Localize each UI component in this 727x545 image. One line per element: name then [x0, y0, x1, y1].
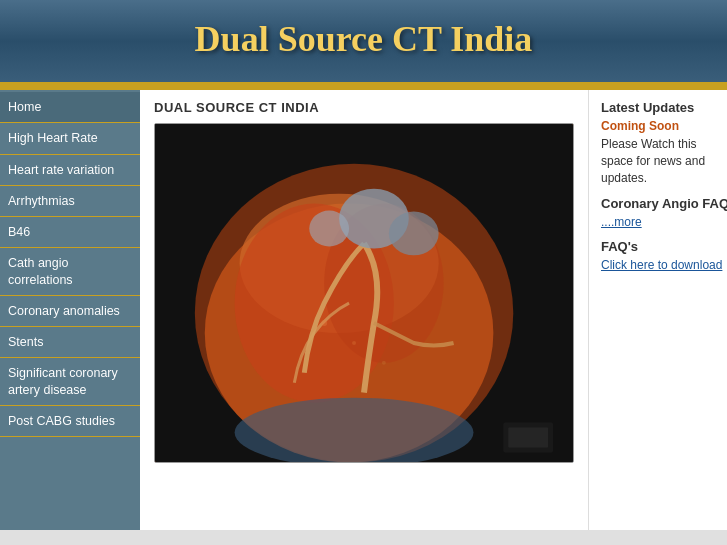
heart-ct-image: [154, 123, 574, 463]
sidebar-item-home[interactable]: Home: [0, 92, 140, 123]
right-panel: Latest Updates Coming Soon Please Watch …: [588, 90, 727, 530]
coronary-angio-faq-title: Coronary Angio FAQ: [601, 196, 727, 211]
svg-rect-14: [508, 428, 548, 448]
svg-point-12: [382, 361, 386, 365]
sidebar-item-heart-rate-variation[interactable]: Heart rate variation: [0, 155, 140, 186]
main-layout: Home High Heart Rate Heart rate variatio…: [0, 90, 727, 530]
sidebar-item-cath-angio-correlations[interactable]: Cath angio correlations: [0, 248, 140, 296]
page-header: Dual Source CT India: [0, 0, 727, 86]
svg-point-11: [352, 341, 356, 345]
svg-point-7: [389, 212, 439, 256]
sidebar-item-high-heart-rate[interactable]: High Heart Rate: [0, 123, 140, 154]
sidebar-nav: Home High Heart Rate Heart rate variatio…: [0, 90, 140, 530]
coming-soon-label: Coming Soon: [601, 119, 727, 133]
sidebar-item-significant-coronary[interactable]: Significant coronary artery disease: [0, 358, 140, 406]
sidebar-item-arrhythmias[interactable]: Arrhythmias: [0, 186, 140, 217]
latest-updates-section: Coming Soon Please Watch this space for …: [601, 119, 727, 186]
content-title: DUAL SOURCE CT INDIA: [154, 100, 574, 115]
sidebar-item-post-cabg[interactable]: Post CABG studies: [0, 406, 140, 437]
sidebar-item-coronary-anomalies[interactable]: Coronary anomalies: [0, 296, 140, 327]
faqs-title: FAQ's: [601, 239, 727, 254]
sidebar-item-stents[interactable]: Stents: [0, 327, 140, 358]
svg-point-10: [321, 320, 327, 326]
main-content: DUAL SOURCE CT INDIA: [140, 90, 588, 530]
svg-point-8: [309, 211, 349, 247]
more-link[interactable]: ....more: [601, 215, 727, 229]
sidebar-item-b46[interactable]: B46: [0, 217, 140, 248]
latest-updates-title: Latest Updates: [601, 100, 727, 115]
click-download-link[interactable]: Click here to download: [601, 258, 727, 272]
site-title: Dual Source CT India: [0, 18, 727, 60]
coming-soon-text: Please Watch this space for news and upd…: [601, 136, 727, 186]
